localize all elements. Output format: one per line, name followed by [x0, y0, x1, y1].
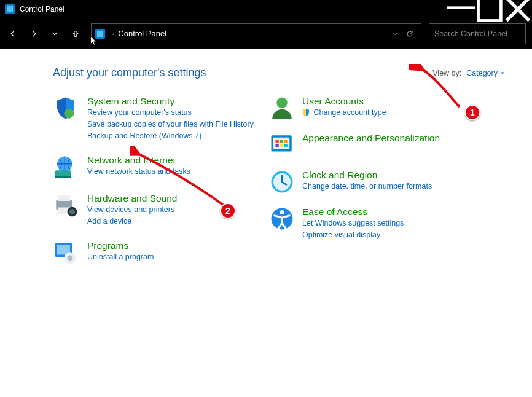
svg-point-3: [64, 109, 74, 119]
app-icon: [5, 4, 15, 14]
category-title[interactable]: User Accounts: [302, 95, 364, 107]
nav-bar: › Control Panel: [0, 18, 532, 49]
category-system-security: System and Security Review your computer…: [53, 95, 269, 142]
cursor-icon: [90, 36, 98, 49]
maximize-button[interactable]: [475, 0, 504, 18]
uac-shield-icon: [302, 108, 310, 116]
title-bar: Control Panel: [0, 0, 532, 18]
category-link[interactable]: Add a device: [87, 216, 178, 227]
category-link[interactable]: Review your computer's status: [87, 107, 254, 119]
category-programs: Programs Uninstall a program: [53, 240, 269, 265]
close-button[interactable]: [504, 0, 532, 18]
svg-rect-19: [276, 140, 279, 143]
up-button[interactable]: [66, 25, 85, 43]
category-link[interactable]: Let Windows suggest settings: [302, 218, 404, 229]
shield-icon: [53, 95, 79, 121]
category-link[interactable]: Change date, time, or number formats: [302, 181, 432, 192]
search-box[interactable]: [429, 23, 526, 44]
category-link[interactable]: Uninstall a program: [87, 251, 154, 263]
chevron-down-icon: [500, 71, 505, 76]
window-title: Control Panel: [20, 5, 65, 14]
category-user-accounts: User Accounts Change account type: [269, 95, 478, 120]
category-link[interactable]: Change account type: [302, 107, 386, 119]
svg-rect-23: [280, 144, 283, 147]
refresh-button[interactable]: [402, 26, 417, 41]
search-input[interactable]: [434, 29, 531, 38]
category-title[interactable]: System and Security: [87, 95, 174, 107]
content-area: Adjust your computer's settings View by:…: [0, 49, 532, 397]
category-column-right: User Accounts Change account type Appear…: [269, 95, 478, 278]
svg-rect-24: [284, 144, 288, 147]
svg-rect-18: [273, 138, 289, 149]
svg-point-15: [68, 255, 73, 261]
programs-icon: [53, 240, 79, 265]
svg-rect-20: [280, 140, 283, 143]
category-title[interactable]: Programs: [87, 240, 128, 251]
globe-icon: [53, 154, 79, 180]
accessibility-icon: [269, 206, 294, 230]
category-title[interactable]: Network and Internet: [87, 154, 176, 166]
svg-rect-6: [55, 176, 71, 178]
svg-rect-21: [284, 140, 288, 143]
svg-rect-1: [479, 0, 501, 20]
svg-rect-8: [58, 195, 70, 201]
address-dropdown[interactable]: [388, 26, 402, 41]
clock-icon: [269, 169, 294, 194]
category-title[interactable]: Ease of Access: [302, 206, 367, 218]
svg-rect-22: [276, 144, 279, 147]
category-title[interactable]: Clock and Region: [302, 169, 377, 181]
printer-icon: [53, 192, 79, 218]
user-icon: [269, 95, 294, 120]
category-network-internet: Network and Internet View network status…: [53, 154, 269, 180]
category-hardware-sound: Hardware and Sound View devices and prin…: [53, 192, 269, 227]
category-title[interactable]: Hardware and Sound: [87, 192, 178, 204]
svg-point-16: [276, 98, 288, 109]
category-ease-of-access: Ease of Access Let Windows suggest setti…: [269, 206, 478, 241]
svg-rect-0: [447, 6, 475, 9]
forward-button[interactable]: [25, 25, 43, 43]
category-clock-region: Clock and Region Change date, time, or n…: [269, 169, 478, 194]
breadcrumb-separator-icon: ›: [112, 30, 114, 37]
svg-point-28: [280, 210, 284, 214]
address-bar[interactable]: › Control Panel: [91, 23, 421, 44]
category-title[interactable]: Appearance and Personalization: [302, 132, 440, 144]
category-column-left: System and Security Review your computer…: [53, 95, 269, 278]
recent-dropdown[interactable]: [45, 25, 64, 43]
category-link[interactable]: Save backup copies of your files with Fi…: [87, 119, 254, 130]
category-link[interactable]: View devices and printers: [87, 204, 178, 216]
viewby-dropdown[interactable]: Category: [466, 69, 505, 77]
category-link[interactable]: View network status and tasks: [87, 166, 190, 178]
viewby-value: Category: [466, 69, 498, 77]
breadcrumb-location[interactable]: Control Panel: [118, 29, 166, 38]
minimize-button[interactable]: [447, 0, 475, 18]
category-link[interactable]: Optimize visual display: [302, 229, 404, 241]
appearance-icon: [269, 132, 294, 157]
category-appearance: Appearance and Personalization: [269, 132, 478, 157]
svg-point-11: [69, 209, 75, 214]
back-button[interactable]: [4, 25, 22, 43]
category-link[interactable]: Backup and Restore (Windows 7): [87, 130, 254, 142]
page-title: Adjust your computer's settings: [53, 66, 206, 79]
viewby-label: View by:: [432, 69, 461, 77]
